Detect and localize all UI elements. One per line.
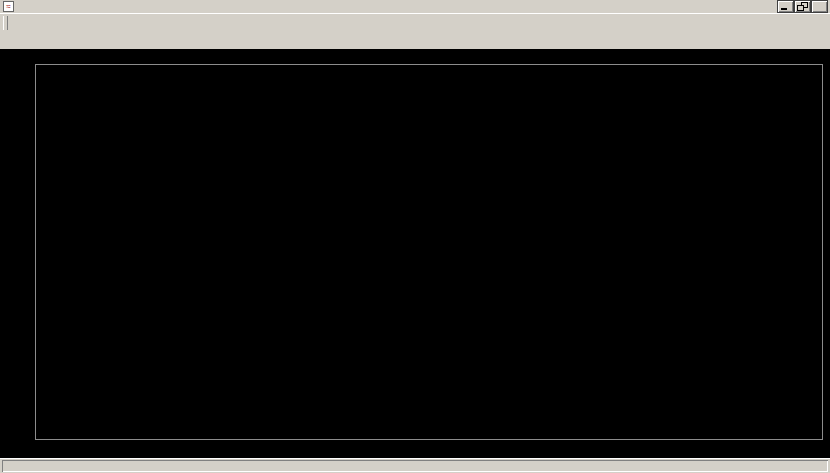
status-bar: [0, 458, 830, 473]
restore-button[interactable]: [795, 1, 810, 12]
menu-bar: ≈: [0, 0, 830, 13]
waveform-plot: [36, 65, 822, 439]
minimize-icon: [781, 8, 787, 10]
minimize-button[interactable]: [778, 1, 793, 12]
tab-bar: [0, 33, 830, 49]
window-controls: [778, 1, 828, 12]
cursor-readout-panel: [2, 460, 828, 472]
toolbar: [0, 13, 830, 33]
waveform-pane: [0, 49, 830, 458]
ltspice-window: ≈: [0, 0, 830, 473]
toolbar-grip[interactable]: [3, 16, 8, 30]
app-icon[interactable]: ≈: [3, 1, 14, 12]
plot-area[interactable]: [35, 64, 823, 440]
close-button[interactable]: [812, 1, 827, 12]
